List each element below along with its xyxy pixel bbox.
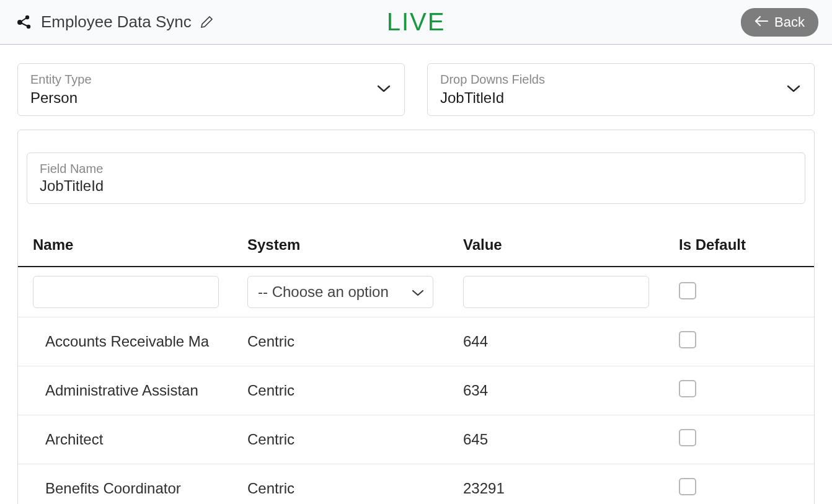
row-system: Centric bbox=[232, 464, 448, 505]
row-value: 634 bbox=[448, 366, 664, 415]
col-header-value[interactable]: Value bbox=[448, 219, 664, 267]
row-value: 645 bbox=[448, 415, 664, 464]
chevron-down-icon bbox=[377, 84, 391, 95]
header-title: Employee Data Sync bbox=[41, 12, 192, 32]
table-row: Administrative Assistan Centric 634 bbox=[18, 366, 814, 415]
field-name-value: JobTitleId bbox=[40, 177, 792, 195]
main-panel: Field Name JobTitleId Name System Value … bbox=[17, 130, 815, 504]
row-value: 23291 bbox=[448, 464, 664, 505]
chevron-down-icon bbox=[787, 84, 800, 95]
col-header-system[interactable]: System bbox=[232, 219, 448, 267]
arrow-left-icon bbox=[755, 14, 768, 30]
data-table: Name System Value Is Default -- Choose bbox=[18, 219, 814, 504]
is-default-checkbox[interactable] bbox=[679, 478, 696, 495]
entity-type-select[interactable]: Entity Type Person bbox=[17, 63, 405, 116]
content-area: Entity Type Person Drop Downs Fields Job… bbox=[0, 45, 832, 504]
is-default-checkbox[interactable] bbox=[679, 331, 696, 348]
table-wrapper: Name System Value Is Default -- Choose bbox=[18, 219, 814, 504]
selector-row: Entity Type Person Drop Downs Fields Job… bbox=[17, 63, 815, 116]
row-name: Benefits Coordinator bbox=[18, 464, 232, 505]
system-filter-placeholder: -- Choose an option bbox=[258, 283, 389, 301]
status-badge: LIVE bbox=[387, 8, 446, 36]
header-left: Employee Data Sync bbox=[14, 12, 214, 32]
row-system: Centric bbox=[232, 317, 448, 366]
name-filter-input[interactable] bbox=[33, 276, 219, 308]
dropdown-fields-value: JobTitleId bbox=[440, 89, 802, 107]
system-filter-select[interactable]: -- Choose an option bbox=[247, 276, 433, 308]
col-header-is-default[interactable]: Is Default bbox=[664, 219, 814, 267]
row-value: 644 bbox=[448, 317, 664, 366]
back-button-label: Back bbox=[774, 14, 805, 30]
chevron-down-icon bbox=[412, 283, 424, 301]
dropdown-fields-select[interactable]: Drop Downs Fields JobTitleId bbox=[427, 63, 815, 116]
edit-icon[interactable] bbox=[199, 15, 214, 30]
col-header-name[interactable]: Name bbox=[18, 219, 232, 267]
value-filter-input[interactable] bbox=[463, 276, 649, 308]
table-filter-row: -- Choose an option bbox=[18, 267, 814, 317]
table-row: Benefits Coordinator Centric 23291 bbox=[18, 464, 814, 505]
row-name: Accounts Receivable Ma bbox=[18, 317, 232, 366]
entity-type-value: Person bbox=[30, 89, 392, 107]
field-name-label: Field Name bbox=[40, 162, 792, 176]
row-system: Centric bbox=[232, 366, 448, 415]
field-name-input[interactable]: Field Name JobTitleId bbox=[27, 153, 805, 204]
row-name: Administrative Assistan bbox=[18, 366, 232, 415]
svg-line-4 bbox=[20, 22, 29, 27]
is-default-checkbox[interactable] bbox=[679, 380, 696, 397]
is-default-filter-checkbox[interactable] bbox=[679, 282, 696, 299]
is-default-checkbox[interactable] bbox=[679, 429, 696, 446]
back-button[interactable]: Back bbox=[741, 8, 818, 37]
header-bar: Employee Data Sync LIVE Back bbox=[0, 0, 832, 45]
dropdown-fields-label: Drop Downs Fields bbox=[440, 73, 802, 87]
app-logo-icon bbox=[14, 14, 33, 31]
table-row: Architect Centric 645 bbox=[18, 415, 814, 464]
table-row: Accounts Receivable Ma Centric 644 bbox=[18, 317, 814, 366]
svg-line-3 bbox=[20, 17, 27, 22]
entity-type-label: Entity Type bbox=[30, 73, 392, 87]
row-system: Centric bbox=[232, 415, 448, 464]
row-name: Architect bbox=[18, 415, 232, 464]
